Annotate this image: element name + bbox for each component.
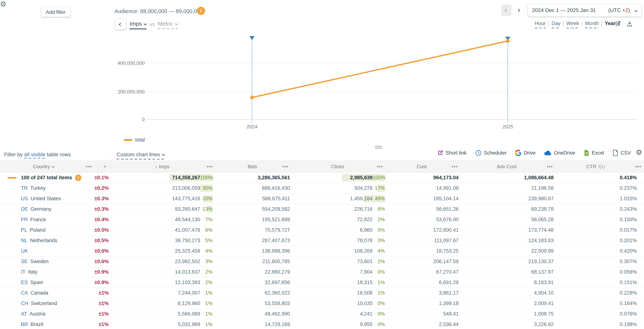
margin-of-error-cell: ±0.3% (98, 204, 112, 214)
adv-cell: 173,774.48 (460, 225, 555, 235)
granularity-day[interactable]: Day (552, 20, 560, 28)
country-cell: USUnited States (0, 194, 98, 204)
table-row[interactable]: ATAustria±1%5,566,0691%48,462,9904,2410%… (0, 309, 644, 319)
table-row[interactable]: CHSwitzerland±1%6,129,9601%53,558,80310,… (0, 298, 644, 309)
column-menu-icon[interactable]: ••• (547, 164, 553, 170)
column-menu-icon[interactable]: ••• (207, 164, 213, 170)
table-row[interactable]: ESSpain±0.9%12,103,3932%32,697,85618,315… (0, 277, 644, 288)
table-row[interactable]: DEGermany±0.3%93,280,64713%554,209,58222… (0, 204, 644, 214)
table-row[interactable]: SESweden±0.6%23,982,5023%211,600,78573,6… (0, 256, 644, 267)
open-in-new-icon[interactable] (614, 20, 621, 27)
metric-selector-compare[interactable]: Metric (158, 20, 178, 29)
table-row[interactable]: CACanada±1%7,244,0071%62,360,02216,5081%… (0, 288, 644, 298)
data-point-2025[interactable] (506, 39, 510, 43)
percent-of-total: 100% (200, 175, 212, 180)
x-axis-tick: 2025 (496, 124, 519, 130)
table-row[interactable]: USUnited States±0.3%143,775,41620%586,67… (0, 194, 644, 204)
info-icon[interactable]: i (75, 174, 82, 181)
value: 14,013,637 (175, 269, 200, 275)
bids-cell: 48,462,990 (215, 309, 290, 319)
table-row[interactable]: 100 of 247 total itemsi±0.1%714,358,2671… (0, 172, 644, 183)
countries-table: Country ••• + ↓ Imps ••• Bids ••• Clicks… (0, 160, 644, 329)
date-range-picker[interactable]: 2024 Dec 1 — 2025 Jan 31 (UTC +2) (528, 4, 642, 16)
column-menu-icon[interactable]: ••• (282, 164, 288, 170)
imps-cell: 143,775,41620% (112, 194, 215, 204)
data-point-2024[interactable] (250, 96, 254, 99)
value: 0.420% (620, 248, 637, 254)
adv-cell: 3,226.82 (460, 319, 555, 329)
country-cell: ITItaly (0, 267, 98, 277)
column-menu-icon[interactable]: ••• (452, 164, 458, 170)
analytics-dashboard: Add filter Audience: 88,000,000 — 89,000… (0, 0, 644, 329)
column-header-country[interactable]: Country ••• (0, 161, 98, 172)
table-row[interactable]: NLNetherlands±0.5%38,750,2735%287,407,67… (0, 236, 644, 246)
adv-cell: 68,137.97 (460, 267, 555, 277)
country-code: ES (21, 280, 28, 286)
download-icon[interactable] (626, 20, 633, 27)
column-header-ctr[interactable]: CTR f(x) ••• (555, 161, 644, 172)
excel-export-button[interactable]: Excel (584, 150, 604, 156)
short-link-button[interactable]: Short link (437, 150, 467, 156)
csv-export-button[interactable]: CSV (612, 150, 631, 156)
value: 48,544,130 (175, 217, 200, 222)
value: 3,226.82 (534, 322, 554, 327)
ctr-cell: 0.198% (555, 319, 644, 329)
table-row[interactable]: ITItaly±0.9%14,013,6372%22,880,2797,9040… (0, 267, 644, 277)
custom-chart-lines-dropdown[interactable]: Custom chart lines (116, 152, 165, 160)
granularity-week[interactable]: Week (566, 20, 579, 28)
value: 106,269 (354, 248, 372, 254)
column-header-bids[interactable]: Bids ••• (215, 161, 290, 172)
add-filter-button[interactable]: Add filter (41, 8, 70, 17)
table-row[interactable]: UK±0.6%25,325,4584%136,998,396106,2694%1… (0, 246, 644, 256)
column-menu-icon[interactable]: ••• (86, 164, 92, 170)
date-next-button[interactable] (514, 4, 522, 16)
separator: | (548, 20, 549, 26)
clicks-cell: 6,8600% (290, 225, 385, 235)
column-menu-icon[interactable]: ••• (377, 164, 383, 170)
table-row[interactable]: BRBrazil±1%5,032,9681%14,729,1699,9550%2… (0, 319, 644, 329)
chart-back-button[interactable] (115, 19, 126, 30)
filter-suffix: table rows (46, 152, 71, 158)
ctr-cell: 0.237% (555, 183, 644, 193)
value: 0.076% (620, 311, 637, 317)
country-name: Italy (28, 269, 38, 275)
table-row[interactable]: TRTurkey±0.2%213,006,05930%886,416,43050… (0, 183, 644, 194)
column-header-imps[interactable]: ↓ Imps ••• (112, 161, 215, 172)
scheduler-button[interactable]: Scheduler (475, 150, 507, 156)
chart-legend[interactable]: total (124, 137, 145, 143)
percent-of-total: 0% (372, 300, 385, 306)
value: 0.017% (620, 227, 637, 233)
country-cell: ATAustria (0, 309, 98, 319)
google-icon (515, 150, 522, 156)
table-row[interactable]: FRFrance±0.4%48,544,1307%195,521,68972,8… (0, 214, 644, 225)
column-header-add-metric[interactable]: + (98, 161, 112, 172)
date-prev-button[interactable] (501, 4, 512, 16)
gear-icon[interactable]: ⚙ (636, 148, 642, 156)
column-header-cost[interactable]: Cost ••• (385, 161, 460, 172)
percent-of-total: 8% (372, 206, 385, 212)
column-header-clicks[interactable]: Clicks ••• (290, 161, 385, 172)
adv-cell: 58,065.28 (460, 214, 555, 225)
bids-cell: 14,729,169 (215, 319, 290, 329)
country-name: United States (31, 196, 61, 202)
external-link-icon (437, 150, 443, 156)
granularity-month[interactable]: Month (585, 20, 599, 28)
filter-all-visible-link[interactable]: all visible (24, 152, 46, 158)
chart-resize-handle[interactable] (375, 146, 382, 150)
country-code: DE (21, 206, 28, 212)
table-row[interactable]: PLPoland±0.5%41,007,4766%70,579,7276,860… (0, 225, 644, 236)
onedrive-button[interactable]: OneDrive (544, 150, 575, 156)
legend-label: total (135, 137, 145, 143)
adv-cell: 239,980.87 (460, 194, 555, 204)
value: 78,078 (357, 238, 372, 244)
column-menu-icon[interactable]: ••• (635, 164, 642, 170)
metric-selector-imps[interactable]: Imps (130, 20, 146, 30)
bids-cell: 136,998,396 (215, 246, 290, 256)
margin-of-error-cell: ±0.4% (98, 214, 112, 225)
value: 3,286,365,561 (258, 175, 290, 180)
column-header-adv-cost[interactable]: Adv Cost ••• (460, 161, 555, 172)
granularity-hour[interactable]: Hour (535, 20, 546, 28)
google-drive-button[interactable]: Drive (515, 150, 536, 156)
value: 22,509.89 (531, 248, 554, 254)
info-icon[interactable]: i (197, 7, 205, 15)
